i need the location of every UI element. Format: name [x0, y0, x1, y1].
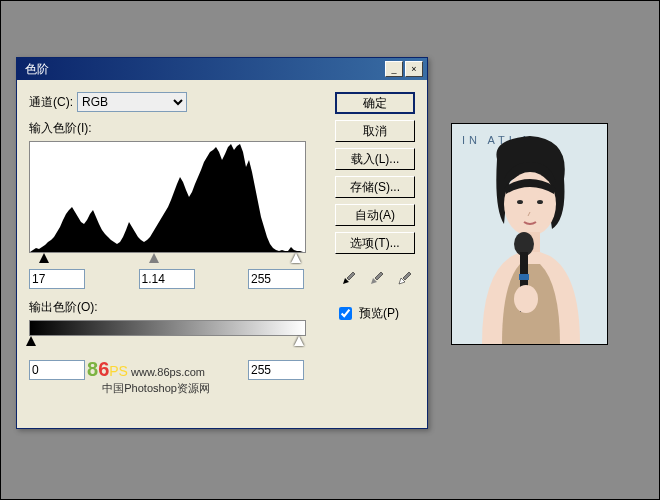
auto-button[interactable]: 自动(A)	[335, 204, 415, 226]
output-slider-track[interactable]	[29, 336, 304, 348]
preview-row: 预览(P)	[335, 304, 415, 323]
ok-button[interactable]: 确定	[335, 92, 415, 114]
input-levels-label: 输入色阶(I):	[29, 120, 325, 137]
input-white-field[interactable]	[248, 269, 304, 289]
channel-select[interactable]: RGB	[77, 92, 187, 112]
person-illustration: IN ATI N	[452, 124, 607, 344]
output-white-field[interactable]	[248, 360, 304, 380]
histogram	[29, 141, 306, 253]
close-button[interactable]: ×	[405, 61, 423, 77]
black-point-slider[interactable]	[39, 253, 49, 263]
gamma-slider[interactable]	[149, 253, 159, 263]
levels-dialog: 色阶 _ × 通道(C): RGB 输入色阶(I):	[16, 57, 428, 429]
dialog-titlebar[interactable]: 色阶 _ ×	[17, 58, 427, 80]
minimize-button[interactable]: _	[385, 61, 403, 77]
input-black-field[interactable]	[29, 269, 85, 289]
options-button[interactable]: 选项(T)...	[335, 232, 415, 254]
load-button[interactable]: 载入(L)...	[335, 148, 415, 170]
preview-label: 预览(P)	[359, 305, 399, 322]
gray-eyedropper-icon[interactable]	[367, 268, 387, 288]
svg-point-3	[517, 200, 523, 204]
svg-rect-8	[519, 274, 529, 280]
output-gradient	[29, 320, 306, 336]
svg-point-4	[537, 200, 543, 204]
save-button[interactable]: 存储(S)...	[335, 176, 415, 198]
input-gamma-field[interactable]	[139, 269, 195, 289]
black-eyedropper-icon[interactable]	[339, 268, 359, 288]
dialog-title: 色阶	[21, 61, 49, 78]
eyedropper-row	[335, 268, 415, 288]
histogram-svg	[30, 142, 305, 252]
output-black-field[interactable]	[29, 360, 85, 380]
left-column: 通道(C): RGB 输入色阶(I):	[29, 92, 325, 380]
preview-checkbox[interactable]	[339, 307, 352, 320]
input-slider-track[interactable]	[29, 253, 304, 265]
input-level-fields	[29, 269, 304, 289]
output-levels-label: 输出色阶(O):	[29, 299, 325, 316]
svg-point-10	[514, 285, 538, 313]
titlebar-buttons: _ ×	[385, 61, 423, 77]
output-white-slider[interactable]	[294, 336, 304, 346]
cancel-button[interactable]: 取消	[335, 120, 415, 142]
canvas-background: IN ATI N	[0, 0, 660, 500]
channel-row: 通道(C): RGB	[29, 92, 325, 112]
photo-preview: IN ATI N	[451, 123, 608, 345]
dialog-body: 通道(C): RGB 输入色阶(I):	[17, 80, 427, 392]
white-point-slider[interactable]	[291, 253, 301, 263]
output-black-slider[interactable]	[26, 336, 36, 346]
output-level-fields	[29, 360, 304, 380]
channel-label: 通道(C):	[29, 94, 73, 111]
white-eyedropper-icon[interactable]	[395, 268, 415, 288]
right-column: 确定 取消 载入(L)... 存储(S)... 自动(A) 选项(T)... 预…	[335, 92, 415, 380]
